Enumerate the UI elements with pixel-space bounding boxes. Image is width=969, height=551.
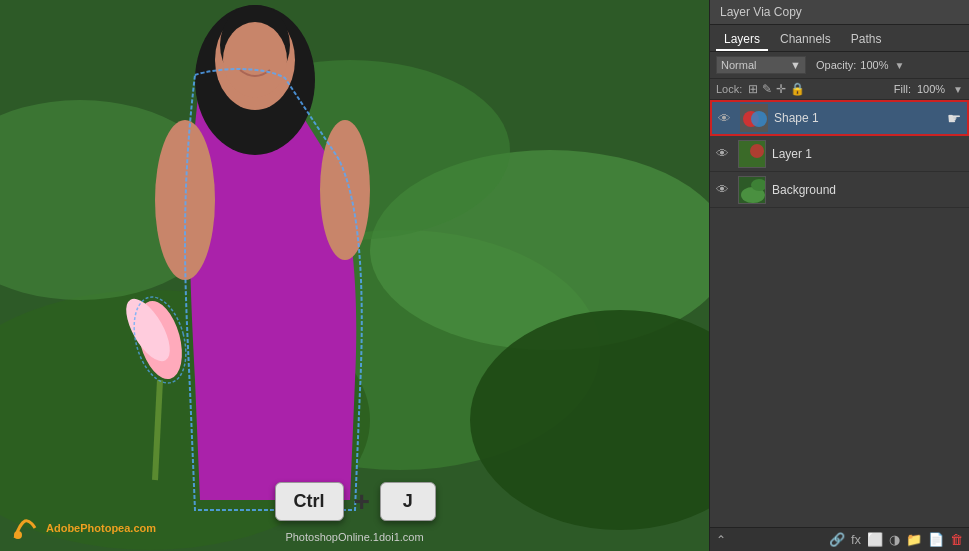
- add-style-icon[interactable]: fx: [851, 532, 861, 547]
- fill-label: Fill:: [894, 83, 911, 95]
- cursor-indicator: ☛: [947, 109, 961, 128]
- svg-point-20: [751, 111, 767, 127]
- layer-thumb-shape1: [740, 104, 768, 132]
- lock-all-icon[interactable]: 🔒: [790, 82, 805, 96]
- layer-thumb-layer1: [738, 140, 766, 168]
- watermark-left-text: AdobePhotopea.com: [46, 522, 156, 534]
- blend-mode-value: Normal: [721, 59, 756, 71]
- layers-list: 👁 Shape 1 ☛ 👁 Layer 1: [710, 100, 969, 527]
- panel-tabs: Layers Channels Paths: [710, 25, 969, 52]
- new-group-icon[interactable]: 📁: [906, 532, 922, 547]
- logo-icon: [10, 513, 40, 543]
- plus-sign: +: [354, 486, 370, 518]
- scroll-up-icon[interactable]: ⌃: [716, 533, 726, 547]
- panel-title: Layer Via Copy: [720, 5, 802, 19]
- visibility-icon-shape1[interactable]: 👁: [718, 111, 734, 126]
- layer-name-shape1: Shape 1: [774, 111, 961, 125]
- shortcut-overlay: Ctrl + J: [275, 482, 436, 521]
- j-key: J: [380, 482, 436, 521]
- link-layers-icon[interactable]: 🔗: [829, 532, 845, 547]
- visibility-icon-background[interactable]: 👁: [716, 182, 732, 197]
- right-panel: Layer Via Copy Layers Channels Paths Nor…: [709, 0, 969, 551]
- svg-point-8: [320, 120, 370, 260]
- svg-point-22: [750, 144, 764, 158]
- layer-thumb-background: [738, 176, 766, 204]
- delete-layer-icon[interactable]: 🗑: [950, 532, 963, 547]
- blend-mode-row: Normal ▼ Opacity: 100% ▼: [710, 52, 969, 79]
- watermark-center: PhotoshopOnline.1doi1.com: [285, 531, 423, 543]
- fill-arrow[interactable]: ▼: [953, 84, 963, 95]
- tab-layers[interactable]: Layers: [716, 29, 768, 51]
- lock-label: Lock:: [716, 83, 742, 95]
- new-adjustment-icon[interactable]: ◑: [889, 532, 900, 547]
- opacity-label: Opacity:: [816, 59, 856, 71]
- canvas-image: Ctrl + J AdobePhotopea.com PhotoshopOnli…: [0, 0, 709, 551]
- visibility-icon-layer1[interactable]: 👁: [716, 146, 732, 161]
- lock-move-icon[interactable]: ✛: [776, 82, 786, 96]
- opacity-value: 100%: [860, 59, 888, 71]
- layer-item-background[interactable]: 👁 Background: [710, 172, 969, 208]
- layer-name-background: Background: [772, 183, 963, 197]
- layer-item-shape1[interactable]: 👁 Shape 1 ☛: [710, 100, 969, 136]
- blend-mode-select[interactable]: Normal ▼: [716, 56, 806, 74]
- layer-name-layer1: Layer 1: [772, 147, 963, 161]
- layer-item-layer1[interactable]: 👁 Layer 1: [710, 136, 969, 172]
- svg-point-17: [14, 531, 22, 539]
- tab-channels[interactable]: Channels: [772, 29, 839, 51]
- add-mask-icon[interactable]: ⬜: [867, 532, 883, 547]
- panel-title-bar: Layer Via Copy: [710, 0, 969, 25]
- lock-row: Lock: ⊞ ✎ ✛ 🔒 Fill: 100% ▼: [710, 79, 969, 100]
- tab-paths[interactable]: Paths: [843, 29, 890, 51]
- panel-bottom-toolbar: ⌃ 🔗 fx ⬜ ◑ 📁 📄 🗑: [710, 527, 969, 551]
- fill-value: 100%: [917, 83, 945, 95]
- new-layer-icon[interactable]: 📄: [928, 532, 944, 547]
- lock-icons: ⊞ ✎ ✛ 🔒: [748, 82, 805, 96]
- watermark-left: AdobePhotopea.com: [10, 513, 156, 543]
- blend-mode-arrow: ▼: [790, 59, 801, 71]
- lock-brush-icon[interactable]: ✎: [762, 82, 772, 96]
- opacity-arrow[interactable]: ▼: [895, 60, 905, 71]
- canvas-area: Ctrl + J AdobePhotopea.com PhotoshopOnli…: [0, 0, 709, 551]
- lock-checkerboard-icon[interactable]: ⊞: [748, 82, 758, 96]
- svg-point-12: [223, 22, 287, 98]
- ctrl-key: Ctrl: [275, 482, 344, 521]
